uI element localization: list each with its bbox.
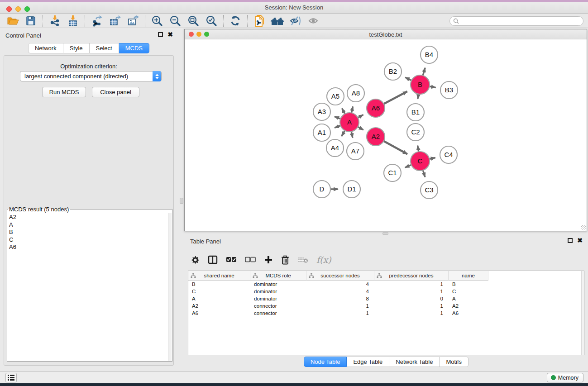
refresh-layout-button[interactable] — [226, 14, 244, 27]
table-cell[interactable]: 1 — [374, 281, 449, 288]
zoom-out-button[interactable] — [166, 14, 184, 27]
deselect-all-button[interactable] — [245, 253, 256, 266]
zoom-in-button[interactable] — [148, 14, 166, 27]
graph-node-B4[interactable]: B4 — [421, 46, 438, 63]
table-cell[interactable]: A6 — [449, 310, 488, 317]
delete-table-button[interactable] — [297, 253, 308, 266]
table-row[interactable]: Bdominator41B — [188, 281, 584, 288]
column-header-successor-nodes[interactable]: successor nodes — [306, 271, 374, 281]
tab-select[interactable]: Select — [90, 43, 119, 53]
tab-mcds[interactable]: MCDS — [119, 43, 149, 53]
graph-node-B3[interactable]: B3 — [440, 81, 458, 99]
tab-network[interactable]: Network — [28, 43, 63, 53]
tab-node-table[interactable]: Node Table — [304, 357, 347, 367]
table-cell[interactable]: 4 — [306, 288, 374, 295]
float-panel-icon[interactable] — [158, 32, 163, 37]
list-item[interactable]: A — [9, 221, 168, 229]
table-cell[interactable]: C — [449, 288, 488, 295]
table-cell[interactable]: 4 — [306, 281, 374, 288]
table-cell[interactable]: 1 — [306, 310, 374, 317]
window-resize-grip[interactable] — [581, 225, 586, 230]
table-cell[interactable]: 1 — [374, 302, 449, 310]
criterion-select[interactable]: largest connected component (directed) — [20, 71, 162, 81]
table-row[interactable]: Cdominator41C — [188, 288, 584, 295]
close-panel-button[interactable]: Close panel — [92, 87, 139, 97]
zoom-selected-button[interactable] — [202, 14, 220, 27]
graph-node-D1[interactable]: D1 — [343, 181, 360, 198]
tab-network-table[interactable]: Network Table — [389, 357, 440, 367]
tab-motifs[interactable]: Motifs — [440, 357, 468, 367]
graph-node-A6[interactable]: A6 — [367, 99, 385, 117]
hide-selected-button[interactable] — [287, 14, 305, 27]
save-session-button[interactable] — [22, 14, 40, 27]
run-mcds-button[interactable]: Run MCDS — [42, 87, 86, 97]
graph-node-C3[interactable]: C3 — [421, 181, 438, 199]
add-column-button[interactable] — [264, 253, 273, 266]
import-table-button[interactable] — [64, 14, 82, 27]
task-history-button[interactable] — [5, 373, 17, 382]
network-canvas[interactable]: B4B2BB3A8A5A6A3B1AC2A1A2A4A7C4CC1DD1C3 — [185, 39, 587, 231]
export-network-button[interactable] — [88, 14, 106, 27]
memory-button[interactable]: Memory — [547, 373, 583, 382]
table-cell[interactable]: A — [188, 295, 250, 302]
list-item[interactable]: B — [9, 229, 168, 236]
export-table-button[interactable] — [106, 14, 124, 27]
table-cell[interactable]: 8 — [306, 295, 374, 302]
graph-node-C4[interactable]: C4 — [440, 146, 457, 163]
table-cell[interactable]: 1 — [374, 288, 449, 295]
table-cell[interactable]: 1 — [374, 310, 449, 317]
show-column-button[interactable] — [208, 253, 218, 266]
close-panel-icon[interactable]: ✖ — [167, 32, 173, 37]
graph-node-A2[interactable]: A2 — [367, 128, 385, 146]
graph-node-A[interactable]: A — [340, 113, 359, 132]
tab-edge-table[interactable]: Edge Table — [347, 357, 389, 367]
graph-node-B2[interactable]: B2 — [384, 63, 402, 80]
delete-column-button[interactable] — [281, 253, 289, 266]
graph-node-B1[interactable]: B1 — [407, 104, 424, 121]
graph-node-C2[interactable]: C2 — [407, 124, 424, 141]
open-session-button[interactable] — [4, 14, 22, 27]
table-row[interactable]: A6connector11A6 — [188, 310, 584, 317]
graph-node-D[interactable]: D — [313, 181, 330, 198]
table-scrollbar[interactable] — [581, 271, 584, 355]
graph-node-B[interactable]: B — [411, 75, 430, 94]
zoom-fit-button[interactable] — [184, 14, 202, 27]
table-cell[interactable]: A2 — [449, 302, 488, 310]
table-cell[interactable]: dominator — [250, 281, 306, 288]
table-cell[interactable]: B — [449, 281, 488, 288]
table-cell[interactable]: 0 — [374, 295, 449, 302]
home-button[interactable] — [268, 14, 287, 27]
search-input[interactable] — [459, 17, 583, 25]
function-builder-button[interactable]: f(x) — [316, 255, 331, 265]
result-scrollbar[interactable] — [168, 213, 172, 361]
list-item[interactable]: C — [9, 236, 168, 244]
column-header-predecessor-nodes[interactable]: predecessor nodes — [374, 271, 449, 281]
table-cell[interactable]: 1 — [306, 302, 374, 310]
table-cell[interactable]: connector — [250, 310, 306, 317]
list-item[interactable]: A6 — [9, 243, 168, 251]
graph-node-C[interactable]: C — [411, 152, 430, 171]
float-panel-icon[interactable] — [568, 238, 573, 243]
list-item[interactable]: A2 — [9, 214, 168, 221]
table-row[interactable]: Adominator80A — [188, 295, 584, 302]
export-image-button[interactable] — [124, 14, 142, 27]
table-cell[interactable]: A — [449, 295, 488, 302]
import-network-button[interactable] — [46, 14, 64, 27]
horizontal-splitter-handle[interactable] — [382, 232, 388, 235]
graph-node-A8[interactable]: A8 — [347, 85, 364, 102]
column-header-name[interactable]: name — [449, 271, 488, 281]
graph-node-A3[interactable]: A3 — [313, 103, 330, 120]
table-cell[interactable]: dominator — [250, 295, 306, 302]
table-cell[interactable]: C — [188, 288, 250, 295]
table-settings-button[interactable] — [191, 253, 200, 266]
vertical-splitter-handle[interactable] — [180, 198, 183, 204]
tab-style[interactable]: Style — [63, 43, 90, 53]
graph-node-A4[interactable]: A4 — [326, 139, 344, 157]
table-cell[interactable]: dominator — [250, 288, 306, 295]
table-cell[interactable]: B — [188, 281, 250, 288]
column-header-shared-name[interactable]: shared name — [188, 271, 250, 281]
close-panel-icon[interactable]: ✖ — [577, 238, 583, 243]
table-cell[interactable]: connector — [250, 302, 306, 310]
table-cell[interactable]: A6 — [188, 310, 250, 317]
table-row[interactable]: A2connector11A2 — [188, 302, 584, 310]
